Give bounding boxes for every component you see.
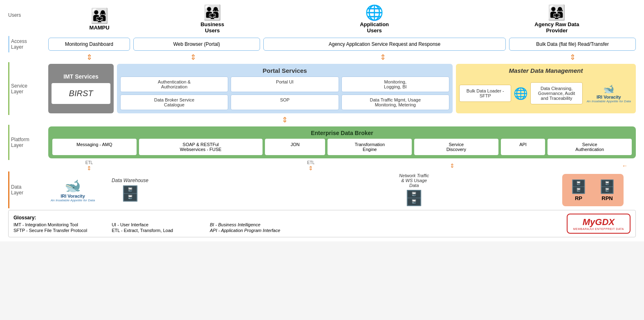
- network-traffic-group: Network Traffic & WS Usage Data 🗄️: [381, 173, 447, 207]
- rpn-arrow: ←: [622, 162, 628, 169]
- broker-item-0: Messaging - AMQ: [52, 139, 137, 155]
- glossary-2: UI - User Interface: [112, 222, 185, 227]
- portal-item-1: Portal UI: [231, 77, 339, 92]
- user-mampu: 👨‍👩‍👧 MAMPU: [63, 7, 136, 31]
- mygdx-sub: MEMBARAJUI ENTEPPREIT DATA: [573, 228, 624, 230]
- portal-title: Portal Services: [120, 67, 449, 74]
- portal-item-0: Authentication & Authorization: [120, 77, 228, 92]
- agency-label: Agency Raw Data Provider: [534, 21, 579, 34]
- broker-item-5: API: [501, 139, 545, 155]
- imt-birst: BIRST: [52, 83, 110, 104]
- rpn-label: RPN: [601, 195, 613, 201]
- sd-arrow-group: ⇕: [422, 162, 483, 169]
- data-iri-text: IRI Voracity: [61, 194, 85, 198]
- data-layer-label: DataLayer: [8, 171, 45, 208]
- warehouse-label: Data Warehouse: [112, 178, 148, 183]
- rpn-db-icon: 🗄️: [599, 179, 615, 194]
- network-label: Network Traffic & WS Usage Data: [399, 173, 429, 188]
- broker-item-2: JON: [265, 139, 325, 155]
- rpn-item: 🗄️ RPN: [599, 179, 615, 201]
- broker-item-3: Transformation Engine: [328, 139, 412, 155]
- mdm-cleansing: Data Cleansing, Governance, Audit and Tr…: [530, 82, 582, 104]
- mygdx-logo: MyGDX MEMBARAJUI ENTEPPREIT DATA: [567, 214, 631, 234]
- arrow-3: ⇕: [256, 53, 509, 62]
- business-icon: 👨‍👩‍👧: [203, 4, 222, 21]
- mampu-label: MAMPU: [90, 25, 110, 31]
- glossary-5: API - Application Program Interface: [210, 228, 283, 233]
- data-warehouse-group: Data Warehouse 🗄️: [101, 178, 159, 202]
- etl-1-arrow: ⇕: [87, 165, 92, 171]
- data-shark-icon: 🐋: [65, 178, 81, 194]
- glossary-1: SFTP - Secure File Transfer Protocol: [13, 228, 87, 233]
- imt-services-box: IMT Services BIRST: [48, 64, 114, 113]
- iri-logo-sub: An Insatiable Appetite for Data: [587, 99, 631, 103]
- access-agency-app: Agency Application Service Request and R…: [263, 38, 506, 51]
- user-agency: 👨‍👩‍👧 Agency Raw Data Provider: [496, 4, 618, 34]
- data-iri-sub: An Insatiable Appetite for Data: [51, 198, 95, 202]
- arrow-1: ⇕: [48, 53, 130, 62]
- etl-2-arrow: ⇕: [308, 165, 313, 171]
- rp-db-icon: 🗄️: [570, 179, 587, 194]
- glossary-4: BI - Business Intelligence: [210, 222, 283, 227]
- mdm-iri-logo: 🐋 IRI Voracity An Insatiable Appetite fo…: [585, 82, 633, 105]
- ftp-icon: 🌐: [514, 87, 528, 100]
- access-bulk-data: Bulk Data (flat file) Read/Transfer: [509, 38, 636, 51]
- imt-title: IMT Services: [63, 73, 99, 80]
- broker-item-4: Service Discovery: [414, 139, 498, 155]
- mdm-bulk-loader: Bulk Data Loader - SFTP: [459, 85, 511, 102]
- portal-item-5: Data Traffic Mgmt, Usage Monitoring, Met…: [341, 95, 449, 110]
- glossary-label: Glossary:: [13, 215, 283, 221]
- glossary-content: IMT - Integration Monitoring Tool UI - U…: [13, 222, 283, 233]
- etl-arrow-2-group: ETL ⇕: [270, 160, 352, 171]
- broker-items: Messaging - AMQ SOAP & RESTFul Webservic…: [52, 139, 632, 155]
- broker-title: Enterprise Data Broker: [52, 130, 632, 136]
- rp-label: RP: [575, 195, 582, 201]
- access-monitoring: Monitoring Dashboard: [48, 38, 130, 51]
- broker-item-1: SOAP & RESTFul Webservices - FUSE: [139, 139, 263, 155]
- mdm-title: Master Data Management: [459, 67, 633, 74]
- application-icon: 🌐: [365, 4, 384, 21]
- users-label: Users: [8, 4, 45, 18]
- etl-arrow-1-group: ETL ⇕: [48, 160, 130, 171]
- warehouse-icon: 🗄️: [121, 185, 139, 202]
- data-iri-logo: 🐋 IRI Voracity An Insatiable Appetite fo…: [48, 178, 97, 202]
- rpn-arrow-group: ←: [595, 162, 636, 169]
- glossary-3: ETL - Extract, Transform, Load: [112, 228, 185, 233]
- arrow-2: ⇕: [130, 53, 256, 62]
- mampu-icon: 👨‍👩‍👧: [90, 7, 109, 25]
- agency-icon: 👨‍👩‍👧: [548, 4, 566, 21]
- main-container: { "users": { "label": "Users", "groups":…: [0, 0, 644, 241]
- mygdx-top: MyGDX: [583, 217, 615, 228]
- service-layer-label: ServiceLayer: [8, 62, 45, 115]
- glossary-box: Glossary: IMT - Integration Monitoring T…: [8, 210, 636, 237]
- broker-item-6: Service Authentication: [548, 139, 632, 155]
- mdm-box: Master Data Management Bulk Data Loader …: [456, 64, 636, 113]
- etl-2-label: ETL: [307, 160, 314, 165]
- iri-shark-icon: 🐋: [603, 84, 614, 95]
- sd-arrow: ⇕: [450, 162, 455, 169]
- user-application: 🌐 Application Users: [289, 4, 460, 34]
- glossary-0: IMT - Integration Monitoring Tool: [13, 222, 87, 227]
- application-label: Application Users: [360, 21, 389, 34]
- rp-item: 🗄️ RP: [570, 179, 587, 201]
- network-db-icon: 🗄️: [405, 189, 423, 207]
- arrow-portal-down: ⇕: [117, 115, 453, 124]
- access-layer-label: AccessLayer: [8, 36, 45, 52]
- user-business: 👨‍👩‍👧 Business Users: [171, 4, 253, 34]
- enterprise-broker-box: Enterprise Data Broker Messaging - AMQ S…: [48, 126, 636, 158]
- portal-item-4: SOP: [231, 95, 339, 110]
- rp-rpn-box: 🗄️ RP 🗄️ RPN: [562, 174, 624, 206]
- etl-1-label: ETL: [85, 160, 93, 165]
- portal-item-2: Monitoring, Logging, BI: [341, 77, 449, 92]
- portal-services-box: Portal Services Authentication & Authori…: [117, 64, 453, 113]
- portal-item-3: Data Broker Service Catalogue: [120, 95, 228, 110]
- arrow-4: ⇕: [509, 53, 636, 62]
- business-label: Business Users: [200, 21, 224, 34]
- access-web-browser: Web Browser (Portal): [133, 38, 260, 51]
- iri-logo-text: IRI Voracity: [597, 95, 621, 99]
- platform-layer-label: PlatformLayer: [8, 125, 45, 160]
